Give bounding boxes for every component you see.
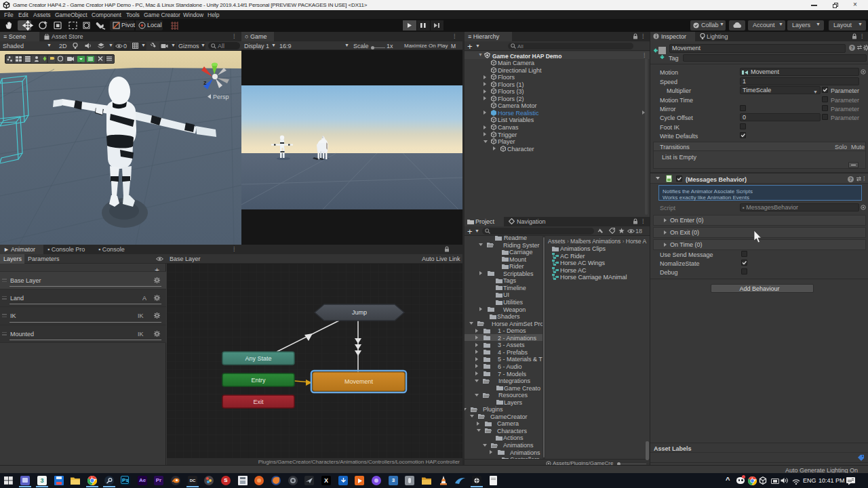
svg-text:Any State: Any State [245, 355, 271, 362]
svg-text:Movement: Movement [344, 378, 374, 385]
svg-text:Persp: Persp [213, 94, 229, 100]
svg-text:Exit: Exit [253, 399, 264, 405]
svg-text:z: z [203, 79, 207, 86]
svg-text:Jump: Jump [352, 309, 367, 316]
svg-text:Entry: Entry [251, 377, 266, 384]
